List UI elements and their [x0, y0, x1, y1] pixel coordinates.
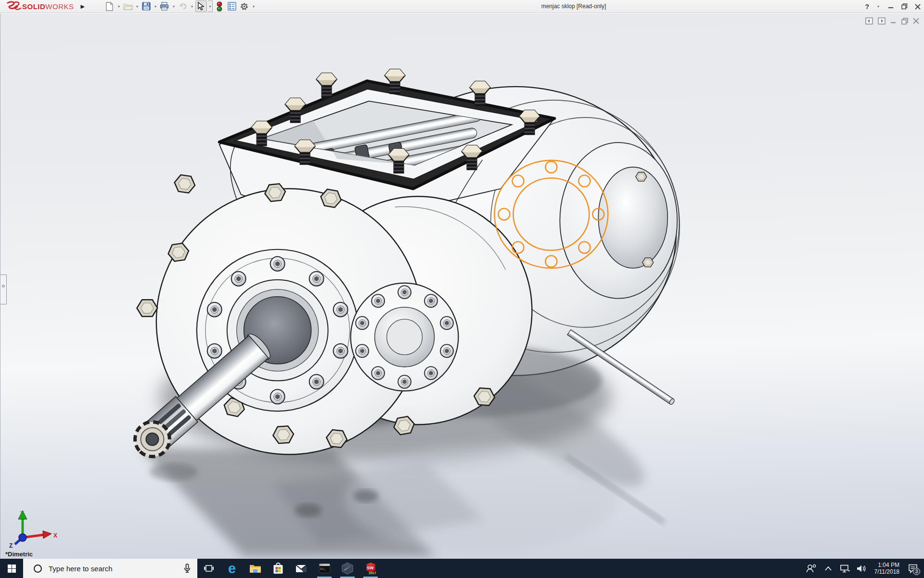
rebuild-button[interactable] [214, 0, 225, 12]
mail-icon [295, 565, 307, 573]
collapse-left-pane-button[interactable] [865, 17, 873, 25]
windows-logo-icon [8, 565, 16, 573]
menu-expand-button[interactable]: ▶ [81, 3, 85, 10]
start-button[interactable] [0, 559, 23, 578]
bearing-cover[interactable] [351, 283, 459, 391]
quick-access-toolbar: ▼ ▼ ▼ [104, 0, 256, 12]
new-document-button[interactable] [104, 0, 116, 12]
undo-dropdown[interactable]: ▼ [190, 0, 194, 12]
solidworks-logo-mark [5, 1, 21, 12]
restore-button[interactable] [901, 3, 908, 10]
solidworks-window: SOLIDWORKS ▶ ▼ ▼ [0, 0, 924, 578]
doc-minimize-button[interactable] [890, 18, 897, 24]
document-title: menjac sklop [Read-only] [541, 0, 606, 13]
open-icon [123, 2, 133, 10]
microphone-icon[interactable] [184, 564, 191, 573]
store-icon [273, 563, 283, 574]
tray-clock[interactable]: 1:04 PM 7/11/2018 [873, 562, 902, 575]
options-gear-icon [240, 2, 249, 11]
tray-overflow-button[interactable] [822, 566, 834, 571]
restore-icon [901, 3, 908, 10]
triad-z-label: Z [9, 542, 13, 548]
minimize-icon [888, 4, 894, 10]
print-icon [160, 2, 169, 11]
select-button[interactable] [195, 0, 207, 12]
task-view-button[interactable] [197, 559, 220, 578]
tray-time: 1:04 PM [874, 562, 900, 568]
notification-badge: 3 [913, 568, 920, 575]
taskbar-solidworks-button[interactable]: SW 2017 [359, 559, 382, 578]
windows-taskbar: Type here to search e [0, 559, 924, 578]
edge-icon: e [228, 562, 236, 575]
open-dropdown[interactable]: ▼ [135, 0, 140, 12]
triad-x-label: X [53, 532, 57, 539]
volume-button[interactable] [856, 565, 868, 573]
taskbar-hexagon-app-button[interactable] [336, 559, 359, 578]
new-document-icon [105, 2, 114, 11]
help-button[interactable]: ? [865, 3, 869, 11]
file-properties-button[interactable] [226, 0, 238, 12]
graphics-viewport[interactable]: Y X Z *Dimetric [0, 13, 924, 559]
svg-text:SW: SW [367, 565, 374, 570]
triad-y-label: Y [20, 510, 24, 517]
options-dropdown[interactable]: ▼ [251, 0, 256, 12]
open-button[interactable] [122, 0, 134, 12]
brand-text: SOLIDWORKS [22, 2, 74, 11]
chevron-up-icon [825, 566, 832, 571]
svg-text:C:\_: C:\_ [320, 564, 323, 566]
taskbar-file-explorer-button[interactable] [244, 559, 267, 578]
print-dropdown[interactable]: ▼ [171, 0, 176, 12]
action-center-button[interactable]: 3 [906, 559, 920, 578]
minimize-button[interactable] [887, 3, 894, 10]
taskbar-edge-button[interactable]: e [220, 559, 244, 578]
new-document-dropdown[interactable]: ▼ [116, 0, 121, 12]
close-button[interactable] [914, 3, 921, 10]
people-icon [806, 564, 817, 573]
rebuild-traffic-light-icon [217, 1, 222, 12]
people-button[interactable] [805, 564, 818, 573]
save-dropdown[interactable]: ▼ [153, 0, 158, 12]
taskbar-command-prompt-button[interactable]: C:\_ C:\_ [313, 559, 336, 578]
orientation-triad: Y X Z [7, 508, 60, 548]
system-tray: 1:04 PM 7/11/2018 3 [805, 559, 924, 578]
title-bar: SOLIDWORKS ▶ ▼ ▼ [0, 0, 924, 13]
taskbar-mail-button[interactable] [290, 559, 313, 578]
search-placeholder: Type here to search [49, 565, 113, 573]
network-button[interactable] [839, 565, 851, 573]
save-icon [142, 2, 151, 11]
taskbar-store-button[interactable] [267, 559, 290, 578]
solidworks-logo: SOLIDWORKS [5, 0, 74, 13]
undo-button[interactable] [177, 0, 189, 12]
view-orientation-label: *Dimetric [5, 551, 33, 558]
close-icon [915, 4, 921, 10]
hexagon-app-icon [341, 562, 354, 575]
options-button[interactable] [239, 0, 250, 12]
network-icon [840, 565, 850, 573]
solidworks-2017-icon: SW 2017 [364, 562, 377, 575]
feature-tree-collapsed-tab[interactable] [0, 275, 7, 304]
select-cursor-icon [197, 2, 205, 11]
doc-restore-button[interactable] [901, 18, 908, 25]
save-button[interactable] [141, 0, 152, 12]
taskbar-search-box[interactable]: Type here to search [23, 559, 197, 578]
model-canvas[interactable] [0, 13, 924, 558]
window-controls: ? ▼ [865, 0, 921, 13]
file-properties-icon [228, 2, 236, 11]
task-view-icon [204, 565, 214, 572]
file-explorer-icon [249, 564, 261, 573]
undo-icon [178, 2, 187, 10]
svg-text:C:\_: C:\_ [320, 567, 326, 570]
svg-text:2017: 2017 [369, 571, 376, 575]
select-dropdown[interactable]: ▼ [208, 0, 213, 12]
collapse-right-pane-button[interactable] [878, 17, 886, 25]
help-dropdown[interactable]: ▼ [876, 1, 881, 13]
cortana-icon [34, 565, 42, 573]
speaker-icon [857, 565, 867, 573]
document-window-controls [865, 17, 919, 25]
print-button[interactable] [159, 0, 170, 12]
tray-date: 7/11/2018 [874, 568, 900, 575]
doc-close-button[interactable] [913, 18, 919, 24]
command-prompt-icon: C:\_ C:\_ [319, 564, 330, 573]
